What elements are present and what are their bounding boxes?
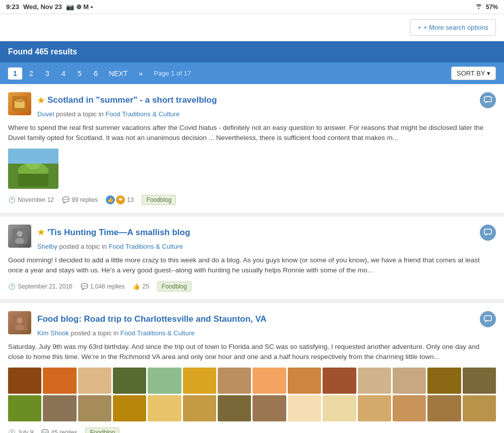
topic-icon[interactable] [480,92,496,108]
reaction-avatars: 👍 ❤ [106,195,125,204]
avatar[interactable] [8,92,31,115]
topic-tag[interactable]: Foodblog [85,427,119,434]
result-title-link[interactable]: Food blog: Road trip to Charlottesville … [37,314,267,324]
image-cell[interactable] [427,395,461,421]
result-title-text: 'Tis Hunting Time—A smallish blog [47,228,190,238]
result-meta: Shelby posted a topic in Food Traditions… [37,243,496,250]
reaction-count: 13 [127,196,134,203]
image-cell[interactable] [288,395,321,421]
svg-rect-8 [18,174,48,186]
svg-rect-4 [484,97,491,102]
image-cell[interactable] [8,395,41,421]
author-link[interactable]: Shelby [37,243,57,250]
image-cell[interactable] [113,368,146,394]
page-5-button[interactable]: 5 [73,67,87,80]
author-link[interactable]: Kim Shook [37,329,69,337]
svg-rect-17 [484,316,491,321]
result-item: ★ Scotland in "summer" - a short travelb… [0,84,504,213]
forum-link[interactable]: Food Traditions & Culture [109,243,183,250]
comment-icon: 💬 [81,283,88,290]
page-6-button[interactable]: 6 [89,67,103,80]
pagination-controls: 1 2 3 4 5 6 NEXT » Page 1 of 17 [8,67,191,80]
result-excerpt: Good morning! I decided to add a little … [8,255,496,276]
image-cell[interactable] [253,368,286,394]
more-pages-button[interactable]: » [134,67,148,80]
image-cell[interactable] [323,368,356,394]
image-cell[interactable] [113,395,146,421]
svg-rect-13 [484,229,491,234]
status-left: 9:23 Wed, Nov 23 📷 ⊕ M • [6,3,93,11]
next-button[interactable]: NEXT [105,67,132,80]
result-content: Food blog: Road trip to Charlottesville … [37,311,496,337]
topic-tag[interactable]: Foodblog [157,281,192,292]
image-cell[interactable] [218,395,251,421]
result-item: Food blog: Road trip to Charlottesville … [0,303,504,433]
result-header: ★ 'Tis Hunting Time—A smallish blog Shel… [8,225,496,250]
result-title-text: Food blog: Road trip to Charlottesville … [37,314,267,324]
result-title-link[interactable]: ★ 'Tis Hunting Time—A smallish blog [37,228,190,238]
page-2-button[interactable]: 2 [24,67,38,80]
result-title-link[interactable]: ★ Scotland in "summer" - a short travelb… [37,95,217,105]
forum-link[interactable]: Food Traditions & Culture [105,110,179,118]
status-right: 57% [475,3,498,11]
image-cell[interactable] [393,368,426,394]
avatar[interactable] [8,311,31,334]
result-header: Food blog: Road trip to Charlottesville … [8,311,496,337]
image-cell[interactable] [78,368,111,394]
image-cell[interactable] [427,368,461,394]
pagination-bar: 1 2 3 4 5 6 NEXT » Page 1 of 17 SORT BY … [0,62,504,84]
image-cell[interactable] [183,368,216,394]
replies-item: 💬 99 replies [62,196,98,203]
sort-button[interactable]: SORT BY ▾ [451,66,496,80]
page-1-button[interactable]: 1 [8,67,22,80]
result-meta: Duvel posted a topic in Food Traditions … [37,110,496,118]
reaction-heart: ❤ [116,195,125,204]
image-cell[interactable] [358,368,391,394]
post-date: July 9 [18,429,33,434]
topic-icon[interactable] [480,311,496,327]
image-cell[interactable] [463,395,496,421]
battery: 57% [486,4,498,11]
avatar[interactable] [8,225,31,248]
replies-count: 45 replies [51,429,77,434]
thumbnail[interactable] [8,149,58,189]
image-cell[interactable] [288,368,321,394]
more-search-label: + More search options [423,24,488,31]
image-cell[interactable] [43,395,76,421]
image-grid-row1 [8,368,496,394]
replies-count: 99 replies [72,196,98,203]
forum-link[interactable]: Food Traditions & Culture [120,329,195,337]
time: 9:23 [6,3,19,11]
page-3-button[interactable]: 3 [40,67,54,80]
author-link[interactable]: Duvel [37,110,54,118]
result-content: ★ 'Tis Hunting Time—A smallish blog Shel… [37,225,496,250]
topic-tag[interactable]: Foodblog [142,195,176,205]
sort-label: SORT BY ▾ [457,69,490,77]
result-title-text: Scotland in "summer" - a short travelblo… [47,95,217,105]
topic-icon[interactable] [480,225,496,241]
image-cell[interactable] [78,395,111,421]
results-count: Found 465 results [8,47,77,56]
image-cell[interactable] [463,368,496,394]
svg-point-11 [17,231,23,237]
more-search-button[interactable]: + + More search options [410,19,496,36]
image-cell[interactable] [148,395,181,421]
image-cell[interactable] [218,368,251,394]
comment-icon: 💬 [41,429,49,434]
results-container: ★ Scotland in "summer" - a short travelb… [0,84,504,433]
status-bar: 9:23 Wed, Nov 23 📷 ⊕ M • 57% [0,0,504,14]
result-excerpt: Saturday, July 9th was my 63rd birthday.… [8,342,496,363]
result-meta: Kim Shook posted a topic in Food Traditi… [37,329,496,337]
like-icon: 👍 [133,283,140,290]
image-cell[interactable] [323,395,356,421]
image-cell[interactable] [43,368,76,394]
image-cell[interactable] [253,395,286,421]
page-4-button[interactable]: 4 [56,67,71,80]
image-cell[interactable] [358,395,391,421]
image-cell[interactable] [393,395,426,421]
result-footer: 🕐 July 9 💬 45 replies Foodblog [8,427,496,434]
image-cell[interactable] [183,395,216,421]
image-cell[interactable] [148,368,181,394]
result-footer: 🕐 November 12 💬 99 replies 👍 ❤ 13 Foodbl… [8,195,496,205]
image-cell[interactable] [8,368,41,394]
